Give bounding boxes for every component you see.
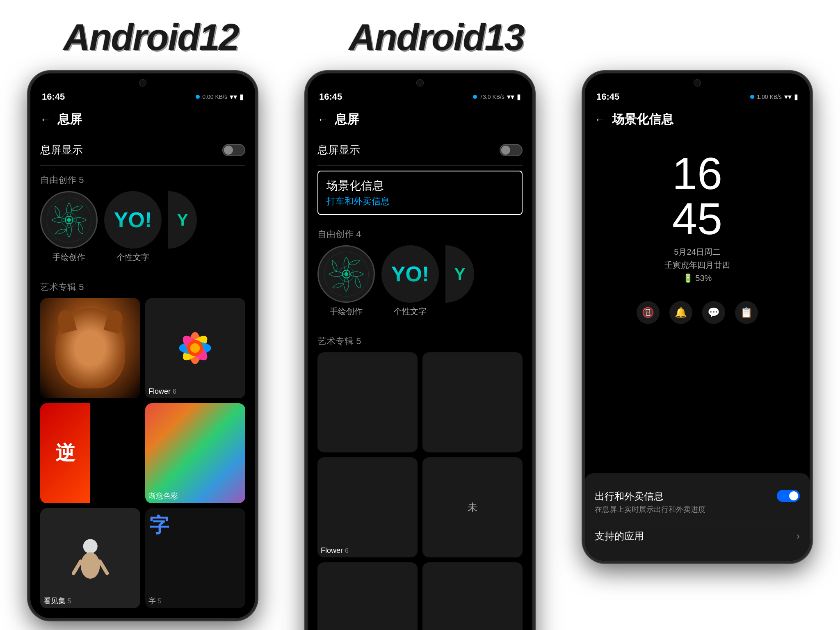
phone-android12: 16:45 0.00 KB/s ▾▾ ▮ ← 息屏 息屏显示 [28, 71, 258, 621]
status-time-1: 16:45 [42, 91, 65, 102]
toggle-on-3[interactable] [777, 490, 800, 502]
circle-mandala-1 [40, 191, 98, 249]
nav-bar-1: ← 息屏 [30, 105, 255, 135]
freeform-item-yo-2[interactable]: YO! 个性文字 [381, 245, 439, 317]
sheet-supported-row-3[interactable]: 支持的应用 › [595, 521, 800, 551]
highlight-main-2: 场景化信息 [326, 178, 514, 194]
toggle-switch-2[interactable] [500, 144, 523, 156]
status-time-2: 16:45 [319, 91, 342, 102]
art-item-empty-1[interactable] [317, 352, 418, 452]
wifi-icon-2: ▾▾ [507, 92, 514, 101]
panda-ear-r-1 [104, 308, 125, 334]
figure-label-1: 看见集 5 [43, 596, 71, 606]
freeform-grid-1: 手绘创作 YO! 个性文字 Y [40, 191, 245, 263]
freeform-label-yo-2: 个性文字 [394, 306, 427, 317]
freeform-item-yo-1[interactable]: YO! 个性文字 [104, 191, 162, 263]
svg-point-15 [81, 552, 100, 578]
clock-display-3: 16 45 5月24日周二 壬寅虎年四月廿四 🔋 53% [585, 135, 810, 291]
circle-yo-1: YO! [104, 191, 162, 249]
phone-icon-3: 📵 [642, 307, 654, 318]
nav-title-2: 息屏 [335, 111, 359, 128]
section-freeform-2: 自由创作 4 [317, 220, 523, 245]
phone-scene: 16:45 1.00 KB/s ▾▾ ▮ ← 场景化信息 16 45 5月24日… [582, 71, 812, 563]
chevron-right-icon-3: › [797, 530, 800, 542]
signal-text-1: 0.00 KB/s [202, 94, 227, 100]
art-item-char-1: 字 字 5 [145, 508, 245, 608]
freeform-item-partial-2: Y [445, 245, 474, 317]
art-grid-1: Flower 6 逆 渐愈色彩 5 [40, 298, 245, 608]
phone13-screen: 16:45 73.0 KB/s ▾▾ ▮ ← 息屏 息屏显示 [308, 73, 532, 630]
partial-circle-1: Y [168, 191, 197, 249]
art-item-figure-1[interactable]: 看见集 5 [40, 508, 140, 608]
art-item-empty-6[interactable] [422, 562, 523, 630]
notif-icon-chat-3: 💬 [702, 301, 725, 324]
wifi-icon-1: ▾▾ [230, 92, 237, 101]
freeform-item-mandala-1[interactable]: 手绘创作 [40, 191, 98, 263]
svg-point-14 [83, 539, 97, 553]
camera-area-1 [30, 73, 255, 87]
camera-area-3 [585, 73, 810, 87]
status-icons-3: 1.00 KB/s ▾▾ ▮ [750, 92, 798, 101]
art-item-empty-5[interactable] [317, 562, 418, 630]
section-freeform-1: 自由创作 5 [40, 166, 245, 191]
notif-icon-clipboard-3: 📋 [735, 301, 758, 324]
back-button-3[interactable]: ← [595, 113, 605, 126]
toggle-row-2: 息屏显示 [317, 135, 523, 166]
sheet-toggle-subtitle-3: 在息屏上实时展示出行和外卖进度 [595, 504, 705, 514]
status-bar-2: 16:45 73.0 KB/s ▾▾ ▮ [308, 87, 532, 105]
flower-bg-1: Flower 6 [145, 298, 245, 398]
art-item-red-1: 逆 [40, 403, 140, 503]
art-grid-2: Flower 6 未 [317, 352, 523, 630]
flower-svg-1 [155, 308, 235, 388]
spacer-3 [585, 324, 810, 473]
back-button-2[interactable]: ← [317, 113, 328, 126]
partial-circle-2: Y [445, 245, 474, 303]
partial-bg-2: 未 [422, 457, 523, 557]
sheet-toggle-text-3: 出行和外卖信息 在息屏上实时展示出行和外卖进度 [595, 490, 705, 514]
toggle-switch-1[interactable] [222, 144, 245, 156]
clipboard-icon-3: 📋 [740, 307, 753, 318]
art-item-flower-2[interactable]: Flower 6 [317, 457, 418, 557]
freeform-label-mandala-2: 手绘创作 [330, 306, 363, 317]
battery-icon-2: ▮ [517, 92, 521, 101]
battery-row-3: 🔋 53% [593, 273, 801, 283]
nav-bar-3: ← 场景化信息 [585, 105, 810, 135]
status-bar-3: 16:45 1.00 KB/s ▾▾ ▮ [585, 87, 810, 105]
signal-text-2: 73.0 KB/s [479, 94, 504, 100]
art-item-panda-1[interactable] [40, 298, 140, 398]
back-button-1[interactable]: ← [40, 113, 51, 126]
art-item-gradient-1[interactable]: 渐愈色彩 5 [145, 403, 245, 503]
art-item-flower-1[interactable]: Flower 6 [145, 298, 245, 398]
svg-point-21 [344, 272, 348, 276]
screen-content-1: 息屏显示 自由创作 5 [30, 135, 255, 618]
red-partial-1: 逆 [40, 403, 90, 503]
status-icons-2: 73.0 KB/s ▾▾ ▮ [473, 92, 521, 101]
toggle-label-2: 息屏显示 [317, 143, 360, 157]
mandala-svg-2 [322, 249, 371, 299]
freeform-label-yo-1: 个性文字 [116, 252, 149, 263]
bottom-sheet-3: 出行和外卖信息 在息屏上实时展示出行和外卖进度 支持的应用 › [585, 473, 810, 561]
mandala-svg-1 [44, 195, 94, 245]
android13-title: Android13 [349, 17, 524, 58]
art-item-partial-2: 未 [422, 457, 523, 557]
svg-point-13 [190, 343, 200, 353]
clock-hour-3: 16 [593, 151, 801, 196]
gradient-bg-1: 渐愈色彩 5 [145, 403, 245, 503]
freeform-grid-2: 手绘创作 YO! 个性文字 Y [317, 245, 523, 317]
toggle-row-1: 息屏显示 [40, 135, 245, 166]
section-art-2: 艺术专辑 5 [317, 327, 523, 352]
highlight-box-2[interactable]: 场景化信息 打车和外卖信息 [317, 171, 523, 215]
circle-yo-2: YO! [381, 245, 439, 303]
section-art-1: 艺术专辑 5 [40, 273, 245, 298]
status-dot-3 [750, 93, 754, 100]
wifi-icon-3: ▾▾ [784, 92, 792, 101]
battery-icon-1: ▮ [240, 92, 244, 101]
figure-svg-1 [60, 528, 120, 588]
freeform-item-mandala-2[interactable]: 手绘创作 [317, 245, 375, 317]
char-bg-1: 字 [145, 508, 245, 543]
phones-row: 16:45 0.00 KB/s ▾▾ ▮ ← 息屏 息屏显示 [8, 71, 832, 630]
camera-area-2 [308, 73, 532, 87]
toggle-label-1: 息屏显示 [40, 143, 83, 157]
art-item-empty-2[interactable] [422, 352, 523, 452]
phone-scene-screen: 16:45 1.00 KB/s ▾▾ ▮ ← 场景化信息 16 45 5月24日… [585, 73, 810, 561]
